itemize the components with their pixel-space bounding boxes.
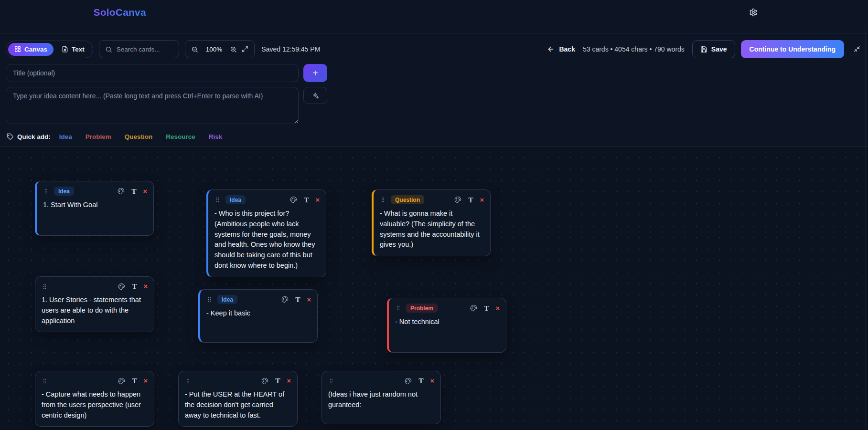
text-style-icon[interactable]: T — [131, 187, 136, 196]
card-content[interactable]: 1. Start With Goal — [43, 200, 147, 210]
app-header: SoloCanva — [0, 0, 868, 25]
delete-card-icon[interactable]: × — [144, 377, 148, 385]
search-icon — [105, 46, 112, 53]
text-style-icon[interactable]: T — [304, 196, 309, 204]
quick-add-type-button[interactable]: Resource — [166, 133, 195, 140]
back-button[interactable]: Back — [547, 45, 575, 53]
palette-icon[interactable] — [118, 378, 125, 385]
tab-text-label: Text — [72, 46, 85, 53]
quick-add-type-button[interactable]: Question — [125, 133, 153, 140]
text-style-icon[interactable]: T — [295, 295, 300, 304]
search-box — [99, 40, 179, 58]
text-style-icon[interactable]: T — [132, 377, 137, 385]
quick-add-list: IdeaProblemQuestionResourceRisk — [59, 133, 223, 140]
canvas-card[interactable]: T × (Ideas i have just random not gurant… — [321, 371, 441, 424]
card-content[interactable]: 1. User Stories - statements that users … — [42, 295, 148, 326]
tab-text[interactable]: Text — [55, 43, 91, 56]
card-content[interactable]: - Put the USER at the HEART of the decis… — [185, 389, 291, 420]
drag-handle-icon[interactable] — [42, 378, 48, 385]
card-content-input[interactable] — [6, 87, 299, 124]
card-type-badge: Idea — [217, 295, 237, 304]
tab-canvas-label: Canvas — [24, 46, 47, 53]
app-title: SoloCanva — [94, 7, 146, 18]
zoom-out-icon[interactable] — [191, 46, 198, 53]
palette-icon[interactable] — [454, 196, 461, 203]
view-tab-group: Canvas Text — [6, 41, 93, 58]
canvas-card[interactable]: Problem T × - Not technical — [387, 298, 506, 353]
palette-icon[interactable] — [261, 378, 268, 385]
delete-card-icon[interactable]: × — [144, 283, 148, 290]
toolbar: Canvas Text 100% Saved 12:59:45 PM Back … — [0, 33, 868, 58]
delete-card-icon[interactable]: × — [143, 188, 147, 195]
card-type-badge: Question — [391, 195, 424, 204]
save-icon — [700, 46, 707, 53]
drag-handle-icon[interactable] — [42, 283, 48, 290]
delete-card-icon[interactable]: × — [480, 196, 484, 204]
tab-canvas[interactable]: Canvas — [8, 43, 54, 56]
drag-handle-icon[interactable] — [185, 378, 191, 385]
continue-button[interactable]: Continue to Understanding — [741, 40, 844, 58]
palette-icon[interactable] — [118, 188, 125, 195]
drag-handle-icon[interactable] — [206, 296, 213, 303]
delete-card-icon[interactable]: × — [496, 304, 500, 312]
card-content[interactable]: - Capture what needs to happen from the … — [42, 389, 148, 420]
card-type-badge: Problem — [406, 304, 438, 313]
canvas-card[interactable]: Question T × - What is gonna make it val… — [372, 189, 491, 256]
document-stats: 53 cards • 4054 chars • 790 words — [583, 45, 685, 53]
text-style-icon[interactable]: T — [275, 377, 280, 385]
quick-add-type-button[interactable]: Risk — [209, 133, 223, 140]
search-input[interactable] — [117, 46, 169, 53]
card-content[interactable]: - What is gonna make it valuable? (The s… — [380, 209, 484, 250]
palette-icon[interactable] — [290, 196, 297, 203]
zoom-level: 100% — [206, 46, 223, 53]
quick-add-type-button[interactable]: Problem — [86, 133, 111, 140]
save-button[interactable]: Save — [692, 40, 735, 58]
delete-card-icon[interactable]: × — [430, 377, 434, 385]
palette-icon[interactable] — [405, 378, 412, 385]
text-style-icon[interactable]: T — [418, 377, 423, 385]
delete-card-icon[interactable]: × — [316, 196, 320, 204]
drag-handle-icon[interactable] — [395, 304, 401, 312]
settings-gear-icon[interactable] — [749, 8, 758, 17]
canvas-card[interactable]: T × 1. User Stories - statements that us… — [35, 276, 154, 332]
canvas-card[interactable]: Idea T × - Who is this project for? (Amb… — [206, 189, 326, 277]
canvas-card[interactable]: T × - Capture what needs to happen from … — [35, 371, 154, 427]
drag-handle-icon[interactable] — [328, 378, 334, 385]
text-style-icon[interactable]: T — [484, 304, 489, 313]
canvas-card[interactable]: Idea T × 1. Start With Goal — [35, 181, 154, 236]
canvas-card[interactable]: T × - Put the USER at the HEART of the d… — [178, 371, 298, 427]
scrollbar[interactable] — [866, 26, 866, 430]
drag-handle-icon[interactable] — [43, 188, 49, 195]
arrow-left-icon — [547, 45, 555, 53]
drag-handle-icon[interactable] — [214, 196, 221, 203]
canvas[interactable]: Idea T × 1. Start With Goal Idea T × - W… — [0, 147, 868, 430]
zoom-controls: 100% — [185, 40, 255, 58]
text-style-icon[interactable]: T — [468, 196, 473, 204]
zoom-in-icon[interactable] — [230, 46, 237, 53]
drag-handle-icon[interactable] — [380, 196, 386, 203]
card-content[interactable]: - Who is this project for? (Ambitious pe… — [214, 209, 320, 271]
card-content[interactable]: (Ideas i have just random not guranteed: — [328, 389, 434, 410]
card-composer: + Quick add: IdeaProblemQuestionResource… — [0, 58, 868, 147]
quick-add-type-button[interactable]: Idea — [59, 133, 72, 140]
add-card-button[interactable]: + — [303, 64, 327, 82]
ai-sparkles-icon[interactable] — [303, 87, 327, 104]
collapse-panel-icon[interactable] — [854, 46, 860, 52]
quick-add-label: Quick add: — [17, 133, 51, 140]
document-icon — [62, 46, 68, 52]
delete-card-icon[interactable]: × — [287, 377, 291, 385]
palette-icon[interactable] — [118, 283, 125, 290]
canvas-card[interactable]: Idea T × - Keep it basic — [198, 289, 318, 343]
palette-icon[interactable] — [470, 304, 477, 312]
card-type-badge: Idea — [225, 195, 246, 204]
card-title-input[interactable] — [6, 64, 299, 82]
saved-status: Saved 12:59:45 PM — [261, 45, 320, 53]
card-type-badge: Idea — [54, 187, 74, 196]
palette-icon[interactable] — [281, 296, 289, 303]
text-style-icon[interactable]: T — [132, 282, 137, 291]
card-content[interactable]: - Not technical — [395, 317, 500, 327]
card-content[interactable]: - Keep it basic — [206, 308, 311, 319]
fit-view-icon[interactable] — [242, 46, 248, 52]
save-label: Save — [711, 45, 727, 53]
delete-card-icon[interactable]: × — [307, 296, 311, 304]
